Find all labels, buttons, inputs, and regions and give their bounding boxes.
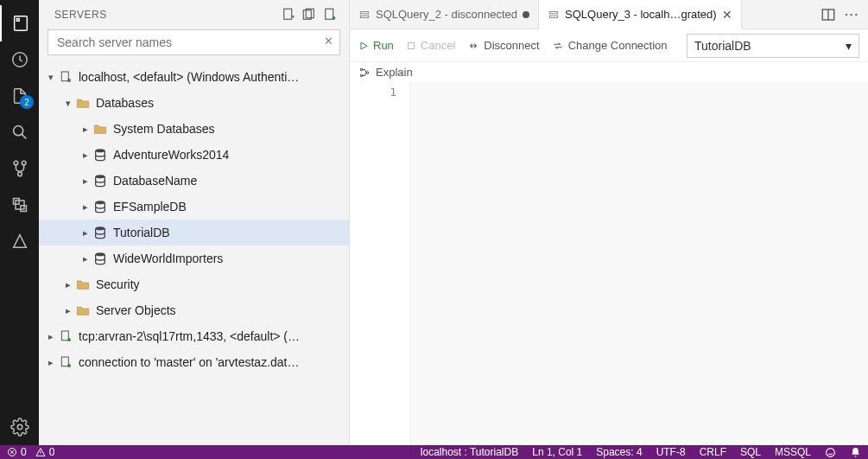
database-node[interactable]: ▸EFSampleDB	[39, 194, 349, 220]
database-icon	[92, 199, 108, 214]
server-icon	[58, 328, 73, 344]
disconnect-button[interactable]: Disconnect	[467, 39, 539, 52]
server-node[interactable]: ▾localhost, <default> (Windows Authenti…	[39, 64, 349, 90]
tab-sqlquery2[interactable]: SQLQuery_2 - disconnected	[350, 0, 539, 29]
database-icon	[92, 147, 108, 163]
svg-rect-23	[61, 331, 68, 341]
editor-area: SQLQuery_2 - disconnected SQLQuery_3 - l…	[350, 0, 868, 445]
svg-point-17	[67, 79, 71, 82]
activity-search-icon[interactable]	[0, 114, 39, 150]
database-node[interactable]: ▸WideWorldImporters	[39, 245, 349, 271]
folder-icon	[75, 303, 91, 318]
folder-icon	[92, 121, 108, 137]
svg-rect-32	[408, 42, 414, 48]
svg-rect-25	[61, 357, 68, 367]
new-group-icon[interactable]	[299, 5, 320, 24]
status-errors[interactable]: 0	[7, 446, 27, 458]
tab-sqlquery3[interactable]: SQLQuery_3 - localh…grated) ✕	[539, 0, 742, 29]
svg-point-21	[96, 226, 105, 230]
svg-rect-9	[16, 201, 24, 209]
database-select[interactable]: TutorialDB▾	[687, 34, 859, 58]
change-connection-button[interactable]: Change Connection	[552, 39, 668, 52]
status-eol[interactable]: CRLF	[700, 446, 726, 458]
activity-servers-icon[interactable]	[0, 5, 39, 41]
tab-bar: SQLQuery_2 - disconnected SQLQuery_3 - l…	[350, 0, 868, 29]
svg-point-37	[827, 448, 835, 456]
svg-point-4	[14, 161, 18, 165]
svg-point-18	[96, 149, 105, 152]
status-cursor-position[interactable]: Ln 1, Col 1	[532, 446, 582, 458]
run-button[interactable]: Run	[358, 39, 394, 52]
query-toolbar: Run Cancel Disconnect Change Connection …	[350, 29, 868, 62]
database-icon	[92, 173, 108, 188]
status-bar: 0 0 localhost : TutorialDB Ln 1, Col 1 S…	[0, 445, 868, 459]
database-node[interactable]: ▸AdventureWorks2014	[39, 142, 349, 168]
activity-source-control-icon[interactable]	[0, 150, 39, 187]
activity-bar: 2	[0, 0, 39, 445]
svg-rect-29	[549, 11, 557, 13]
status-language[interactable]: SQL	[740, 446, 761, 458]
activity-extensions-icon[interactable]	[0, 187, 39, 223]
svg-point-15	[333, 16, 336, 20]
svg-point-34	[360, 74, 362, 76]
server-icon	[58, 354, 73, 370]
svg-rect-1	[16, 19, 19, 22]
status-indentation[interactable]: Spaces: 4	[596, 446, 642, 458]
svg-point-3	[13, 126, 22, 136]
svg-point-26	[67, 364, 71, 367]
svg-point-19	[96, 175, 105, 178]
line-gutter: 1	[350, 82, 410, 445]
svg-rect-28	[360, 16, 368, 17]
activity-explorer-icon[interactable]: 2	[0, 78, 39, 114]
activity-settings-icon[interactable]	[0, 409, 39, 445]
folder-icon	[75, 95, 91, 111]
status-connection[interactable]: localhost : TutorialDB	[421, 446, 518, 458]
databases-folder[interactable]: ▾Databases	[39, 90, 349, 116]
file-icon	[358, 9, 371, 21]
notifications-icon[interactable]	[850, 447, 861, 458]
feedback-icon[interactable]	[825, 447, 836, 458]
file-icon	[548, 9, 560, 21]
svg-rect-30	[549, 16, 557, 17]
servers-panel: SERVERS ✕ ▾localhost, <default> (Windows…	[39, 0, 350, 445]
split-editor-icon[interactable]	[820, 7, 836, 22]
explain-button[interactable]: Explain	[376, 66, 413, 79]
status-encoding[interactable]: UTF-8	[656, 446, 686, 458]
svg-point-22	[96, 252, 105, 256]
database-icon	[92, 251, 108, 266]
editor-content[interactable]	[410, 82, 868, 445]
code-editor[interactable]: 1	[350, 82, 868, 445]
svg-rect-14	[326, 9, 333, 19]
server-objects-folder[interactable]: ▸Server Objects	[39, 297, 349, 323]
new-query-icon[interactable]	[320, 5, 340, 24]
database-icon	[92, 225, 108, 240]
explorer-badge: 2	[20, 95, 34, 109]
server-node[interactable]: ▸connection to 'master' on 'arvtestaz.da…	[39, 349, 349, 375]
server-icon	[58, 69, 73, 85]
activity-tasks-icon[interactable]	[0, 41, 39, 78]
svg-point-20	[96, 201, 105, 204]
explain-icon	[358, 67, 371, 79]
activity-azure-icon[interactable]	[0, 223, 39, 259]
new-connection-icon[interactable]	[278, 5, 299, 24]
cancel-button[interactable]: Cancel	[406, 39, 455, 52]
panel-title: SERVERS	[54, 9, 278, 21]
status-provider[interactable]: MSSQL	[775, 446, 811, 458]
server-node[interactable]: ▸tcp:arvran-2\sql17rtm,1433, <default> (…	[39, 323, 349, 349]
svg-point-6	[17, 172, 22, 176]
folder-icon	[75, 277, 91, 292]
dirty-indicator-icon	[523, 11, 529, 18]
more-actions-icon[interactable]: ···	[845, 8, 859, 21]
security-folder[interactable]: ▸Security	[39, 271, 349, 297]
close-tab-icon[interactable]: ✕	[722, 8, 732, 22]
status-warnings[interactable]: 0	[35, 446, 55, 458]
database-node-tutorialdb[interactable]: ▸TutorialDB	[39, 220, 349, 245]
search-input[interactable]	[48, 29, 340, 55]
database-node[interactable]: ▸DatabaseName	[39, 168, 349, 194]
system-databases-folder[interactable]: ▸System Databases	[39, 116, 349, 142]
svg-point-24	[67, 338, 71, 341]
svg-rect-11	[284, 9, 292, 19]
svg-rect-27	[360, 11, 368, 13]
clear-search-icon[interactable]: ✕	[324, 35, 333, 48]
svg-rect-7	[13, 199, 19, 205]
